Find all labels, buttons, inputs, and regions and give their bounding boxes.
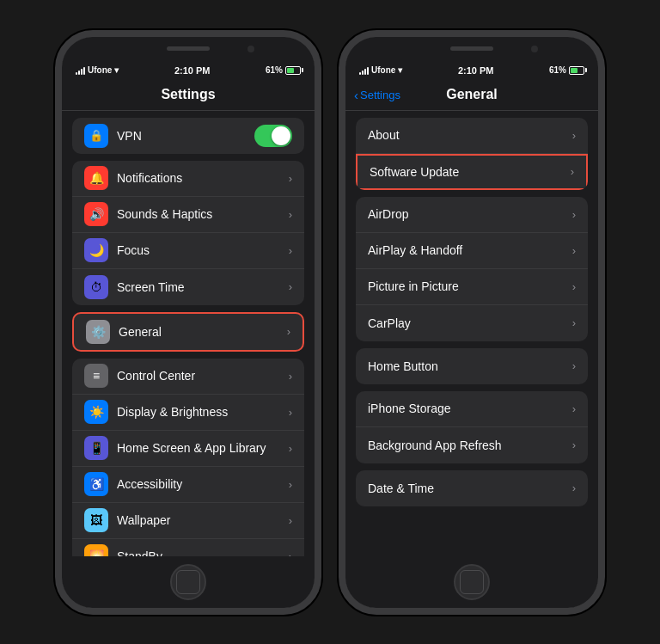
row-label-homebutton: Home Button — [368, 359, 572, 373]
screen-right: About › Software Update › AirDrop › AirP… — [345, 111, 598, 556]
signal-icon — [76, 66, 85, 75]
wallpaper-icon: 🖼 — [84, 508, 108, 532]
group-airdrop: AirDrop › AirPlay & Handoff › Picture in… — [356, 197, 588, 341]
row-label-notifications: Notifications — [117, 171, 289, 185]
chevron-datetime: › — [572, 481, 576, 494]
chevron-general: › — [287, 325, 290, 338]
left-phone: Ufone ▾ 2:10 PM 61% Settings 🔒 — [55, 30, 321, 615]
nav-bar-left: Settings — [62, 80, 315, 111]
row-carplay[interactable]: CarPlay › — [356, 305, 588, 341]
carrier-left: Ufone — [88, 65, 112, 75]
accessibility-icon: ♿ — [84, 472, 108, 496]
row-airdrop[interactable]: AirDrop › — [356, 197, 588, 233]
nav-back-right[interactable]: ‹ Settings — [354, 88, 400, 102]
speaker — [167, 46, 210, 51]
battery-icon-right — [569, 66, 584, 75]
row-label-about: About — [368, 128, 572, 142]
battery-pct-left: 61% — [266, 65, 283, 75]
row-label-controlcenter: Control Center — [117, 369, 289, 383]
row-controlcenter[interactable]: ≡ Control Center › — [72, 359, 304, 395]
chevron-about: › — [572, 129, 576, 142]
row-label-vpn: VPN — [117, 129, 254, 143]
time-left: 2:10 PM — [174, 65, 211, 76]
row-general[interactable]: ⚙️ General › — [74, 314, 302, 350]
row-notifications[interactable]: 🔔 Notifications › — [72, 161, 304, 197]
back-label-right[interactable]: Settings — [360, 89, 400, 101]
row-accessibility[interactable]: ♿ Accessibility › — [72, 467, 304, 503]
battery-pct-right: 61% — [549, 65, 566, 75]
row-about[interactable]: About › — [356, 118, 588, 154]
row-airplay[interactable]: AirPlay & Handoff › — [356, 233, 588, 269]
nav-bar-right: ‹ Settings General — [345, 80, 598, 111]
chevron-accessibility: › — [289, 478, 292, 491]
general-icon: ⚙️ — [86, 320, 110, 344]
row-label-backgroundapprefresh: Background App Refresh — [368, 439, 572, 452]
chevron-focus: › — [289, 244, 292, 257]
homescreen-icon: 📱 — [84, 436, 108, 460]
wifi-icon-left: ▾ — [114, 65, 119, 75]
chevron-screentime: › — [289, 280, 292, 293]
home-inner-left — [176, 570, 200, 594]
screen-left: 🔒 VPN 🔔 Notifications › — [62, 111, 315, 556]
focus-icon: 🌙 — [84, 238, 108, 262]
row-screentime[interactable]: ⏱ Screen Time › — [72, 269, 304, 305]
row-label-display: Display & Brightness — [117, 405, 289, 419]
row-sounds[interactable]: 🔊 Sounds & Haptics › — [72, 197, 304, 233]
row-vpn[interactable]: 🔒 VPN — [72, 118, 304, 154]
row-label-iphonestorage: iPhone Storage — [368, 402, 572, 415]
row-backgroundapprefresh[interactable]: Background App Refresh › — [356, 427, 588, 463]
chevron-airplay: › — [572, 244, 576, 257]
phone-bottom-left — [62, 556, 315, 608]
notifications-icon: 🔔 — [84, 166, 108, 190]
chevron-carplay: › — [572, 316, 576, 329]
row-iphonestorage[interactable]: iPhone Storage › — [356, 391, 588, 427]
row-label-sounds: Sounds & Haptics — [117, 207, 289, 221]
camera — [248, 46, 254, 52]
chevron-iphonestorage: › — [572, 402, 576, 415]
group-homebutton: Home Button › — [356, 348, 588, 384]
chevron-display: › — [289, 406, 292, 419]
row-pictureinpicture[interactable]: Picture in Picture › — [356, 269, 588, 305]
row-label-pictureinpicture: Picture in Picture — [368, 279, 572, 293]
row-standby[interactable]: 🌅 StandBy › — [72, 539, 304, 556]
nav-title-right: General — [446, 87, 498, 102]
right-phone: Ufone ▾ 2:10 PM 61% ‹ Settings General — [339, 30, 605, 615]
vpn-toggle[interactable] — [254, 125, 292, 147]
row-wallpaper[interactable]: 🖼 Wallpaper › — [72, 503, 304, 539]
row-label-focus: Focus — [117, 243, 289, 257]
home-button-left[interactable] — [170, 564, 206, 600]
row-homebutton[interactable]: Home Button › — [356, 348, 588, 384]
speaker-right — [450, 46, 493, 51]
group-about: About › Software Update › — [356, 118, 588, 190]
row-label-screentime: Screen Time — [117, 280, 289, 294]
standby-icon: 🌅 — [84, 544, 108, 556]
phone-top-right — [345, 37, 598, 61]
sounds-icon: 🔊 — [84, 202, 108, 226]
screentime-icon: ⏱ — [84, 275, 108, 299]
row-label-airplay: AirPlay & Handoff — [368, 243, 572, 257]
camera-right — [531, 46, 538, 52]
chevron-wallpaper: › — [289, 514, 292, 527]
chevron-backgroundapprefresh: › — [572, 439, 576, 451]
chevron-softwareupdate: › — [571, 165, 574, 178]
row-display[interactable]: ☀️ Display & Brightness › — [72, 395, 304, 431]
chevron-sounds: › — [289, 208, 292, 221]
row-label-wallpaper: Wallpaper — [117, 513, 289, 527]
row-label-carplay: CarPlay — [368, 316, 572, 330]
home-button-right[interactable] — [454, 564, 490, 600]
signal-icon-right — [359, 66, 369, 75]
row-datetime[interactable]: Date & Time › — [356, 470, 588, 506]
row-focus[interactable]: 🌙 Focus › — [72, 233, 304, 269]
group-datetime: Date & Time › — [356, 470, 588, 506]
row-softwareupdate[interactable]: Software Update › — [356, 154, 588, 190]
row-homescreen[interactable]: 📱 Home Screen & App Library › — [72, 431, 304, 467]
chevron-pictureinpicture: › — [572, 280, 576, 293]
group-notifications: 🔔 Notifications › 🔊 Sounds & Haptics › 🌙 — [72, 161, 304, 305]
row-label-softwareupdate: Software Update — [370, 165, 571, 179]
group-vpn: 🔒 VPN — [72, 118, 304, 154]
row-label-standby: StandBy — [117, 549, 289, 556]
chevron-controlcenter: › — [289, 370, 292, 383]
home-inner-right — [460, 570, 484, 594]
chevron-standby: › — [289, 550, 292, 556]
status-bar-right: Ufone ▾ 2:10 PM 61% — [345, 61, 598, 80]
